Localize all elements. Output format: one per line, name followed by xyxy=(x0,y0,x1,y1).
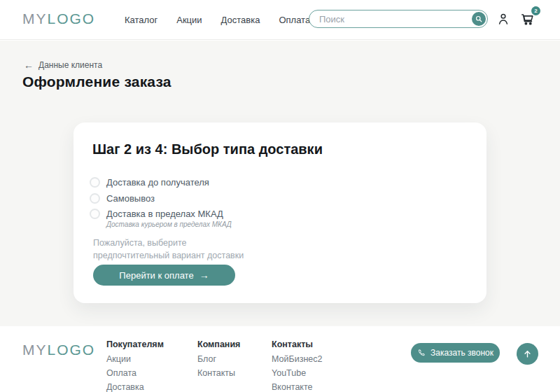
radio-icon[interactable] xyxy=(90,177,100,188)
footer-link-blog[interactable]: Блог xyxy=(197,354,216,364)
helper-text: Пожалуйста, выберите предпочтительный ва… xyxy=(93,237,244,262)
search-button[interactable] xyxy=(472,12,486,26)
checkout-step-card: Шаг 2 из 4: Выбор типа доставки Доставка… xyxy=(74,122,486,303)
footer-column-title: Покупателям xyxy=(106,340,164,349)
cart-count-badge: 2 xyxy=(531,6,540,15)
option-label: Доставка в пределах МКАД xyxy=(106,208,232,220)
nav-item-payment[interactable]: Оплата xyxy=(279,15,310,25)
nav-item-delivery[interactable]: Доставка xyxy=(221,15,260,25)
phone-icon xyxy=(417,349,426,357)
delivery-option-pickup[interactable]: Самовывоз xyxy=(90,192,155,204)
footer-column-title: Компания xyxy=(197,340,240,349)
back-arrow-icon: ← xyxy=(24,60,34,70)
delivery-option-recipient[interactable]: Доставка до получателя xyxy=(90,176,209,188)
back-link-label: Данные клиента xyxy=(38,60,102,70)
submit-label: Перейти к оплате xyxy=(119,270,193,281)
header: MYLOGO Каталог Акции Доставка Оплата 2 xyxy=(0,0,560,40)
nav-item-promos[interactable]: Акции xyxy=(176,15,202,25)
footer-link-vk[interactable]: Вконтакте xyxy=(272,382,312,392)
option-label: Доставка до получателя xyxy=(106,176,209,188)
step-title: Шаг 2 из 4: Выбор типа доставки xyxy=(92,141,323,158)
search-box xyxy=(309,10,488,28)
radio-icon[interactable] xyxy=(90,193,100,204)
delivery-option-mkad[interactable]: Доставка в пределах МКАД Доставка курьер… xyxy=(90,208,232,229)
go-to-payment-button[interactable]: Перейти к оплате → xyxy=(93,265,235,286)
footer-link-contacts[interactable]: Контакты xyxy=(197,368,235,378)
main-content: ← Данные клиента Оформление заказа Шаг 2… xyxy=(0,41,560,326)
page-title: Оформление заказа xyxy=(22,74,172,90)
footer: MYLOGO Покупателям Акции Оплата Доставка… xyxy=(0,326,560,392)
site-logo[interactable]: MYLOGO xyxy=(22,11,95,26)
footer-link-promos[interactable]: Акции xyxy=(106,354,131,364)
arrow-up-icon xyxy=(522,349,533,359)
footer-column-title: Контакты xyxy=(272,340,313,349)
checkout-page: MYLOGO Каталог Акции Доставка Оплата 2 ← xyxy=(0,0,560,392)
footer-link-delivery[interactable]: Доставка xyxy=(106,382,144,392)
logo-part-my: MY xyxy=(22,342,48,358)
footer-link-moybiznes[interactable]: МойБизнес2 xyxy=(272,354,322,364)
nav-item-catalog[interactable]: Каталог xyxy=(125,15,158,25)
logo-part-logo: LOGO xyxy=(48,342,96,358)
logo-part-logo: LOGO xyxy=(48,10,96,27)
request-call-button[interactable]: Заказать звонок xyxy=(411,343,500,363)
main-nav: Каталог Акции Доставка Оплата xyxy=(125,0,310,39)
logo-part-my: MY xyxy=(22,10,48,27)
option-note: Доставка курьером в пределах МКАД xyxy=(106,220,232,229)
footer-link-payment[interactable]: Оплата xyxy=(106,368,136,378)
option-label: Самовывоз xyxy=(106,192,155,204)
search-icon xyxy=(475,15,483,23)
footer-link-youtube[interactable]: YouTube xyxy=(272,368,306,378)
footer-logo[interactable]: MYLOGO xyxy=(22,342,95,358)
back-link[interactable]: ← Данные клиента xyxy=(24,60,102,70)
arrow-right-icon: → xyxy=(200,270,209,281)
search-input[interactable] xyxy=(319,13,452,25)
helper-line-1: Пожалуйста, выберите xyxy=(93,237,244,249)
account-icon[interactable] xyxy=(496,12,510,26)
helper-line-2: предпочтительный вариант доставки xyxy=(93,249,244,262)
scroll-to-top-button[interactable] xyxy=(517,343,538,365)
call-button-label: Заказать звонок xyxy=(430,348,493,358)
radio-icon[interactable] xyxy=(90,209,100,219)
